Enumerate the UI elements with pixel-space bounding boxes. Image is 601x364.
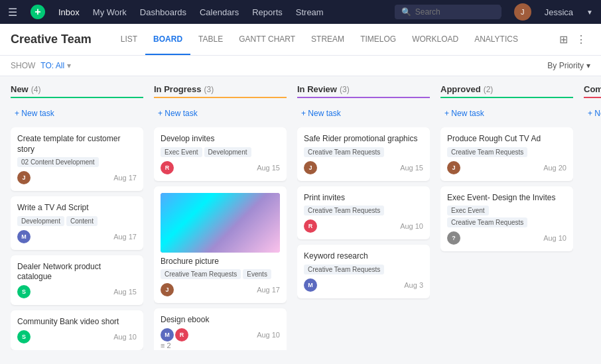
cards-container-completed <box>584 127 601 350</box>
table-row[interactable]: Create template for customer story02 Con… <box>11 127 143 191</box>
table-row[interactable]: Produce Rough Cut TV AdCreative Team Req… <box>440 127 573 181</box>
card-date: Aug 17 <box>113 174 137 182</box>
view-tabs: LIST BOARD TABLE GANTT CHART STREAM TIME… <box>113 24 526 55</box>
new-task-button-inreview[interactable]: + New task <box>297 103 430 123</box>
card-tag: Creative Team Requests <box>304 265 384 274</box>
column-header-inprogress: In Progress(3) <box>154 84 287 98</box>
card-footer: JAug 20 <box>447 161 567 174</box>
card-title: Create template for customer story <box>17 134 137 154</box>
nav-dashboards[interactable]: Dashboards <box>140 7 186 17</box>
card-tag: Development <box>17 216 64 226</box>
card-footer: MAug 3 <box>304 278 423 292</box>
card-tag: Creative Team Requests <box>447 147 527 157</box>
more-options-icon[interactable]: ⋮ <box>572 33 590 46</box>
search-input[interactable] <box>415 7 501 17</box>
card-title: Keyword research <box>304 251 423 262</box>
card-footer: MRAug 10 <box>161 328 280 341</box>
column-header-approved: Approved(2) <box>440 84 573 98</box>
menu-icon[interactable]: ☰ <box>8 6 17 19</box>
card-tag: Creative Team Requests <box>447 217 527 227</box>
nav-calendars[interactable]: Calendars <box>200 7 239 17</box>
card-footer: JAug 17 <box>17 171 137 184</box>
table-row[interactable]: Exec Event- Design the InvitesExec Event… <box>440 186 573 252</box>
card-tag: Creative Team Requests <box>161 269 241 279</box>
filter-icon: ▾ <box>67 61 71 70</box>
new-task-button-approved[interactable]: + New task <box>440 103 573 123</box>
table-row[interactable]: Develop invitesExec EventDevelopmentRAug… <box>154 127 287 181</box>
nav-mywork[interactable]: My Work <box>93 7 127 17</box>
tab-board[interactable]: BOARD <box>145 24 190 55</box>
card-tag: Development <box>204 147 251 157</box>
column-title-completed: Completed <box>584 84 601 94</box>
card-tag: Creative Team Requests <box>304 206 384 215</box>
tab-timelog[interactable]: TIMELOG <box>352 24 404 55</box>
new-task-button-completed[interactable]: + New task <box>584 103 601 123</box>
add-button[interactable]: + <box>31 5 45 19</box>
card-tags: Creative Team Requests <box>304 265 423 274</box>
avatar: J <box>447 161 460 174</box>
view-toggle-icon[interactable]: ⊞ <box>555 33 572 46</box>
avatar[interactable]: J <box>514 3 531 21</box>
new-task-button-inprogress[interactable]: + New task <box>154 103 287 123</box>
tab-workload[interactable]: WORKLOAD <box>404 24 466 55</box>
card-date: Aug 3 <box>404 281 423 289</box>
column-completed: Completed+ New task <box>584 84 601 350</box>
table-row[interactable]: Safe Rider promotional graphicsCreative … <box>297 127 430 181</box>
table-row[interactable]: Keyword researchCreative Team RequestsMA… <box>297 245 430 298</box>
card-date: Aug 10 <box>257 331 280 339</box>
card-title: Safe Rider promotional graphics <box>304 134 423 145</box>
chevron-down-icon: ▾ <box>586 61 590 70</box>
column-count-approved: (2) <box>484 85 494 94</box>
card-title: Produce Rough Cut TV Ad <box>447 134 567 145</box>
dropdown-icon[interactable]: ▼ <box>586 9 593 16</box>
card-tags: DevelopmentContent <box>17 216 137 226</box>
column-title-approved: Approved <box>440 84 481 94</box>
table-row[interactable]: Dealer Network product catalogueSAug 15 <box>11 255 143 305</box>
column-title-inprogress: In Progress <box>154 84 202 94</box>
card-tag: Exec Event <box>447 206 489 215</box>
avatar: J <box>17 171 31 184</box>
tab-stream[interactable]: STREAM <box>303 24 352 55</box>
column-new: New(4)+ New taskCreate template for cust… <box>11 84 143 350</box>
filter-button[interactable]: TO: All ▾ <box>40 61 71 70</box>
card-footer: JAug 17 <box>161 283 280 296</box>
column-header-new: New(4) <box>11 84 143 98</box>
column-approved: Approved(2)+ New taskProduce Rough Cut T… <box>440 84 573 350</box>
tab-gantt[interactable]: GANTT CHART <box>231 24 303 55</box>
card-tags: Creative Team RequestsEvents <box>161 269 280 279</box>
table-row[interactable]: Print invitesCreative Team RequestsRAug … <box>297 186 430 240</box>
cards-container-inreview: Safe Rider promotional graphicsCreative … <box>297 127 430 350</box>
card-title: Print invites <box>304 193 423 204</box>
table-row[interactable]: Brochure pictureCreative Team RequestsEv… <box>154 186 287 304</box>
card-footer: ?Aug 10 <box>447 231 567 245</box>
tab-analytics[interactable]: ANALYTICS <box>466 24 526 55</box>
card-footer: MAug 17 <box>17 230 137 243</box>
username-label[interactable]: Jessica <box>545 7 573 17</box>
table-row[interactable]: Write a TV Ad ScriptDevelopmentContentMA… <box>11 196 143 250</box>
search-bar[interactable]: 🔍 <box>395 5 501 19</box>
card-date: Aug 15 <box>400 164 423 172</box>
card-title: Brochure picture <box>161 257 280 267</box>
tab-table[interactable]: TABLE <box>190 24 231 55</box>
column-title-new: New <box>11 84 29 94</box>
card-footer: SAug 10 <box>17 330 137 343</box>
table-row[interactable]: Design ebookMRAug 10≡ 2 <box>154 308 287 350</box>
card-tags: 02 Content Development <box>17 157 137 167</box>
card-tags: Exec EventDevelopment <box>161 147 280 157</box>
avatar: S <box>17 285 31 298</box>
sort-button[interactable]: By Priority ▾ <box>547 61 590 70</box>
avatar: S <box>17 330 31 343</box>
card-title: Design ebook <box>161 315 280 326</box>
card-date: Aug 17 <box>113 233 137 241</box>
nav-stream[interactable]: Stream <box>296 7 324 17</box>
avatar: ? <box>447 231 460 245</box>
tab-list[interactable]: LIST <box>113 24 145 55</box>
card-tags: Creative Team Requests <box>304 206 423 215</box>
new-task-button-new[interactable]: + New task <box>11 103 143 123</box>
search-icon: 🔍 <box>401 7 411 17</box>
card-title: Exec Event- Design the Invites <box>447 193 567 204</box>
column-inreview: In Review(3)+ New taskSafe Rider promoti… <box>297 84 430 350</box>
table-row[interactable]: Community Bank video shortSAug 10 <box>11 310 143 350</box>
nav-inbox[interactable]: Inbox <box>58 7 80 17</box>
nav-reports[interactable]: Reports <box>252 7 283 17</box>
